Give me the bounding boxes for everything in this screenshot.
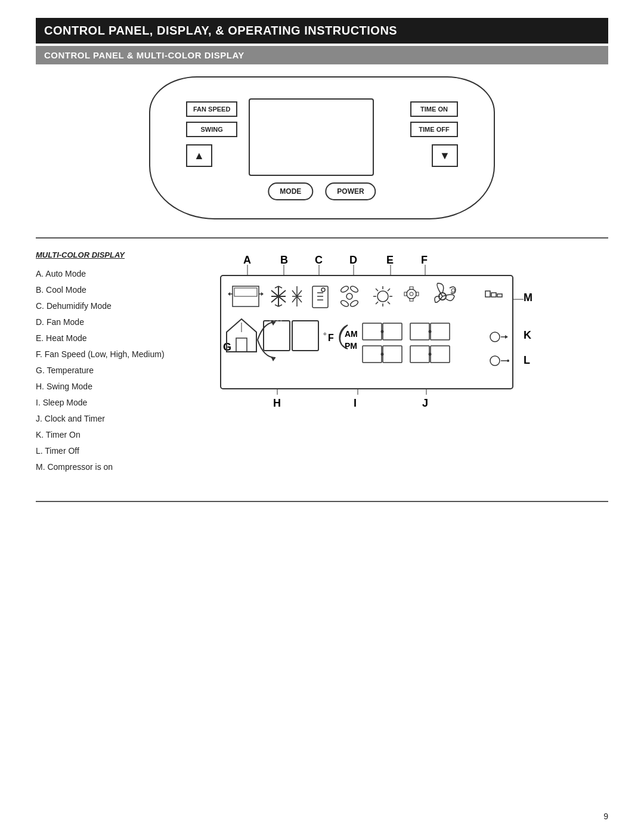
svg-text:°: ° xyxy=(323,331,327,340)
control-panel-diagram: FAN SPEED SWING ▲ TIME ON TIME OFF ▼ xyxy=(36,76,608,219)
down-button[interactable]: ▼ xyxy=(432,144,458,167)
svg-point-37 xyxy=(340,285,349,293)
svg-rect-66 xyxy=(236,338,247,352)
svg-text:K: K xyxy=(524,329,531,341)
svg-rect-77 xyxy=(383,323,402,340)
svg-text:I: I xyxy=(354,397,357,409)
section-divider xyxy=(36,237,608,239)
display-svg-area: A B C D E F xyxy=(215,250,525,425)
svg-point-38 xyxy=(349,285,359,293)
svg-rect-86 xyxy=(363,346,382,363)
list-item: C. Dehumidify Mode xyxy=(36,300,203,312)
svg-rect-53 xyxy=(410,299,413,301)
page-wrapper: CONTROL PANEL, DISPLAY, & OPERATING INST… xyxy=(0,0,644,538)
svg-rect-90 xyxy=(431,346,450,363)
list-item: L. Timer Off xyxy=(36,445,203,457)
page-subtitle: CONTROL PANEL & MULTI-COLOR DISPLAY xyxy=(44,50,600,60)
svg-text:PM: PM xyxy=(345,341,357,351)
svg-point-35 xyxy=(321,288,325,292)
svg-marker-85 xyxy=(505,335,508,339)
svg-text:D: D xyxy=(349,254,357,266)
svg-point-78 xyxy=(381,330,384,333)
svg-marker-18 xyxy=(261,292,264,296)
svg-rect-55 xyxy=(416,292,419,296)
mode-button[interactable]: MODE xyxy=(268,182,313,200)
page-number: 9 xyxy=(603,812,608,821)
svg-rect-54 xyxy=(404,292,407,296)
header-bar: CONTROL PANEL, DISPLAY, & OPERATING INST… xyxy=(36,18,608,44)
subheader-bar: CONTROL PANEL & MULTI-COLOR DISPLAY xyxy=(36,46,608,64)
svg-rect-60 xyxy=(485,291,490,297)
left-buttons: FAN SPEED SWING ▲ xyxy=(186,101,237,167)
svg-point-51 xyxy=(410,292,413,296)
svg-rect-61 xyxy=(491,293,496,297)
svg-text:H: H xyxy=(273,397,281,409)
list-item: I. Sleep Mode xyxy=(36,397,203,409)
power-button[interactable]: POWER xyxy=(325,182,376,200)
svg-point-83 xyxy=(490,332,500,342)
svg-text:J: J xyxy=(422,397,428,409)
svg-line-46 xyxy=(376,289,378,291)
svg-point-91 xyxy=(429,353,432,356)
svg-rect-12 xyxy=(221,275,513,389)
swing-button[interactable]: SWING xyxy=(186,122,237,137)
display-diagram: A B C D E F xyxy=(215,250,608,477)
right-buttons: TIME ON TIME OFF ▼ xyxy=(410,101,458,167)
svg-point-50 xyxy=(407,289,416,299)
svg-text:B: B xyxy=(280,254,288,266)
svg-rect-87 xyxy=(383,346,402,363)
list-item: B. Cool Mode xyxy=(36,284,203,296)
svg-text:F: F xyxy=(328,333,334,343)
display-list: MULTI-COLOR DISPLAY A. Auto Mode B. Cool… xyxy=(36,250,203,477)
svg-rect-69 xyxy=(292,321,318,351)
svg-text:L: L xyxy=(524,354,530,366)
bottom-buttons: MODE POWER xyxy=(268,182,376,200)
svg-rect-31 xyxy=(312,286,328,308)
svg-text:M: M xyxy=(524,292,532,304)
panel-inner: FAN SPEED SWING ▲ TIME ON TIME OFF ▼ xyxy=(150,78,494,218)
svg-point-95 xyxy=(507,360,509,362)
svg-rect-89 xyxy=(410,346,429,363)
svg-rect-14 xyxy=(234,288,257,296)
svg-text:E: E xyxy=(386,254,394,266)
svg-point-81 xyxy=(429,330,432,333)
svg-marker-16 xyxy=(228,292,230,296)
svg-point-88 xyxy=(381,353,384,356)
list-item: E. Heat Mode xyxy=(36,332,203,345)
list-item: K. Timer On xyxy=(36,429,203,441)
display-list-title: MULTI-COLOR DISPLAY xyxy=(36,250,203,259)
fan-speed-button[interactable]: FAN SPEED xyxy=(186,101,237,117)
svg-rect-80 xyxy=(431,323,450,340)
svg-text:F: F xyxy=(421,254,428,266)
list-item: G. Temperature xyxy=(36,364,203,377)
bottom-divider xyxy=(36,501,608,502)
list-item: D. Fan Mode xyxy=(36,316,203,329)
display-diagram-svg: A B C D E F xyxy=(215,250,543,423)
svg-rect-68 xyxy=(264,321,290,351)
svg-rect-76 xyxy=(363,323,382,340)
svg-point-93 xyxy=(490,356,500,366)
panel-shape: FAN SPEED SWING ▲ TIME ON TIME OFF ▼ xyxy=(149,76,495,219)
svg-line-49 xyxy=(376,302,378,304)
display-section: MULTI-COLOR DISPLAY A. Auto Mode B. Cool… xyxy=(36,250,608,477)
page-title: CONTROL PANEL, DISPLAY, & OPERATING INST… xyxy=(44,24,600,38)
svg-rect-79 xyxy=(410,323,429,340)
center-display xyxy=(249,98,374,176)
svg-line-47 xyxy=(388,302,390,304)
up-button[interactable]: ▲ xyxy=(186,144,212,167)
list-item: M. Compressor is on xyxy=(36,461,203,473)
svg-rect-52 xyxy=(410,287,413,289)
time-on-button[interactable]: TIME ON xyxy=(410,101,458,117)
svg-point-39 xyxy=(340,299,349,308)
time-off-button[interactable]: TIME OFF xyxy=(410,122,458,137)
svg-point-41 xyxy=(377,291,388,302)
list-item: J. Clock and Timer xyxy=(36,413,203,425)
list-item: H. Swing Mode xyxy=(36,380,203,393)
svg-text:AM: AM xyxy=(345,329,358,339)
svg-line-48 xyxy=(388,289,390,291)
svg-point-40 xyxy=(349,299,359,308)
svg-rect-62 xyxy=(497,294,502,297)
svg-point-57 xyxy=(451,289,455,292)
svg-point-36 xyxy=(346,293,352,299)
display-items-list: A. Auto Mode B. Cool Mode C. Dehumidify … xyxy=(36,268,203,473)
